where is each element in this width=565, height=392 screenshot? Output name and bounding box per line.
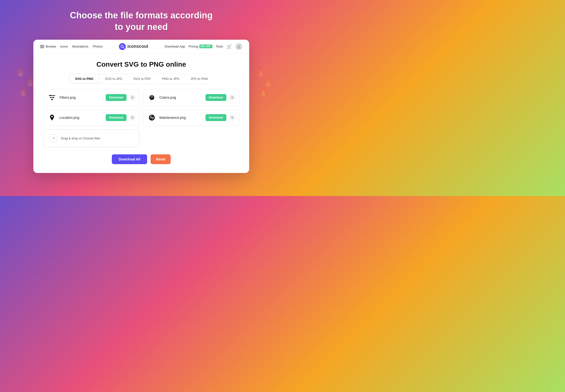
flame-decoration: 🔥 xyxy=(262,76,274,87)
off-badge: 80% OFF xyxy=(199,45,212,48)
reset-button[interactable]: Reset xyxy=(150,154,171,164)
svg-point-5 xyxy=(51,99,53,100)
tab-svg-to-png[interactable]: SVG to PNG xyxy=(70,74,99,83)
flame-decoration: 🔥 xyxy=(15,66,26,77)
nav-icons[interactable]: Icons xyxy=(60,45,68,48)
nav-right: Download App Pricing 80% OFF Tools 🛒 xyxy=(164,43,242,50)
tab-jpg-to-png[interactable]: JPG to PNG xyxy=(185,74,214,84)
nav-links: Icons Illustrations Photos xyxy=(60,45,103,48)
remove-btn-filters[interactable]: ✕ xyxy=(130,95,135,100)
logo-icon xyxy=(119,43,126,50)
download-btn-filters[interactable]: Download xyxy=(106,94,127,101)
flame-decoration: 🔥 xyxy=(257,86,269,97)
file-grid: Filters.png Download ✕ Colors.png Downlo… xyxy=(43,89,239,126)
bottom-actions: Download All Reset xyxy=(43,154,239,164)
format-tabs: SVG to PNG SVG to JPG SVG to PDF PNG to … xyxy=(69,74,214,84)
file-item-filters: Filters.png Download ✕ xyxy=(43,89,140,106)
file-name-filters: Filters.png xyxy=(59,96,103,99)
tab-svg-to-jpg[interactable]: SVG to JPG xyxy=(99,74,128,84)
navbar: Browse Icons Illustrations Photos iconsc… xyxy=(33,40,249,54)
tools-link[interactable]: Tools xyxy=(216,45,223,48)
svg-point-9 xyxy=(151,117,152,118)
file-item-location: Location.png Download ✕ xyxy=(43,109,140,126)
nav-illustrations[interactable]: Illustrations xyxy=(72,45,88,48)
remove-btn-colors[interactable]: ✕ xyxy=(229,95,235,100)
download-all-button[interactable]: Download All xyxy=(112,154,147,164)
user-avatar[interactable] xyxy=(236,43,242,50)
file-name-maintenance: Maintenance.png xyxy=(159,116,203,120)
tab-svg-to-pdf[interactable]: SVG to PDF xyxy=(128,74,156,84)
download-btn-colors[interactable]: Download xyxy=(206,94,226,101)
logo-text: iconscout xyxy=(127,44,148,49)
drop-zone-text: Drag & drop or Choose files xyxy=(61,137,100,140)
download-btn-maintenance[interactable]: Download xyxy=(206,114,226,121)
remove-btn-maintenance[interactable]: ✕ xyxy=(229,115,235,121)
flame-decoration: 🔥 xyxy=(17,86,29,97)
svg-line-1 xyxy=(123,47,124,48)
page-title: Convert SVG to PNG online xyxy=(43,60,239,68)
file-item-maintenance: Maintenance.png Download ✕ xyxy=(143,109,239,126)
file-icon-colors xyxy=(147,93,156,102)
add-file-icon: + xyxy=(49,134,58,143)
main-card: Browse Icons Illustrations Photos iconsc… xyxy=(33,40,249,173)
file-icon-maintenance xyxy=(147,113,156,122)
flame-decoration: 🔥 xyxy=(255,66,267,77)
logo[interactable]: iconscout xyxy=(119,43,148,50)
drop-zone[interactable]: + Drag & drop or Choose files xyxy=(43,129,140,147)
hamburger-icon xyxy=(40,45,44,48)
svg-point-7 xyxy=(51,116,53,117)
main-content: Convert SVG to PNG online SVG to PNG SVG… xyxy=(33,54,249,164)
pricing-menu[interactable]: Pricing 80% OFF xyxy=(189,45,212,48)
tab-png-to-jpg[interactable]: PNG to JPG xyxy=(156,74,185,84)
file-icon-location xyxy=(47,113,57,122)
file-name-colors: Colors.png xyxy=(159,96,203,99)
svg-point-3 xyxy=(50,95,51,96)
download-btn-location[interactable]: Download xyxy=(106,114,127,121)
pricing-label: Pricing xyxy=(189,45,198,48)
download-app-link[interactable]: Download App xyxy=(164,45,185,48)
remove-btn-location[interactable]: ✕ xyxy=(130,115,135,121)
svg-point-4 xyxy=(53,97,54,98)
browse-label: Browse xyxy=(46,45,56,48)
hero-title: Choose the file formats according to you… xyxy=(65,10,218,33)
file-icon-filter xyxy=(47,93,57,102)
file-item-colors: Colors.png Download ✕ xyxy=(143,89,239,106)
cart-icon[interactable]: 🛒 xyxy=(227,44,232,49)
nav-photos[interactable]: Photos xyxy=(93,45,103,48)
svg-point-2 xyxy=(238,45,240,47)
browse-menu[interactable]: Browse xyxy=(40,45,56,48)
file-name-location: Location.png xyxy=(59,116,103,120)
